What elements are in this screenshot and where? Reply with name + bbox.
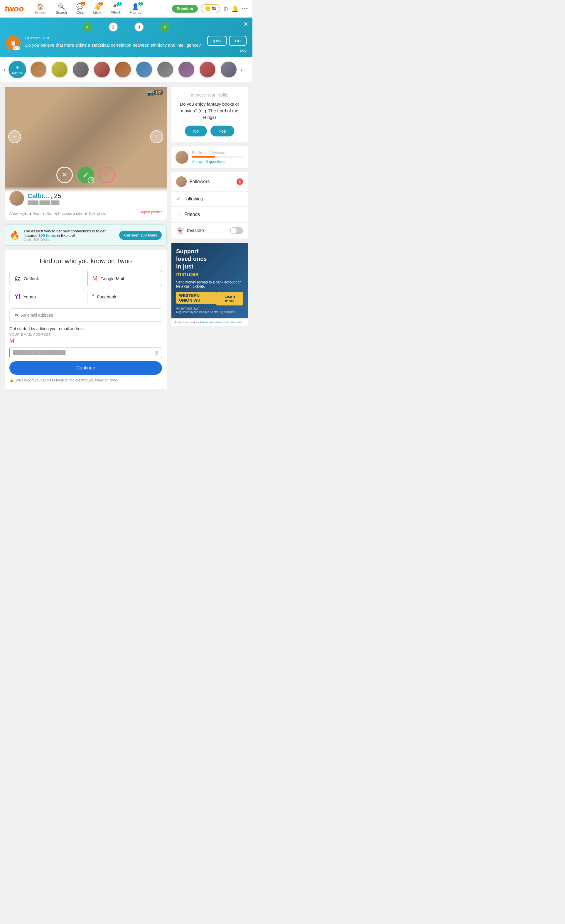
profile-mini-avatar (9, 191, 24, 206)
quiz-close-button[interactable]: ✕ (243, 21, 248, 28)
story-8[interactable] (177, 61, 195, 78)
story-4[interactable] (93, 61, 111, 78)
following-label: Following (183, 196, 203, 202)
pc-bar (192, 156, 243, 158)
followers-left: Followers (176, 176, 210, 187)
more-icon[interactable]: ••• (242, 5, 248, 12)
privacy-note: 🔒 We'll import your address book to find… (9, 378, 162, 382)
ad-highlight: minutes (176, 271, 199, 277)
profile-details: Calbr... , 25 ████ ████ ███ (28, 192, 62, 205)
quiz-yes-button[interactable]: yes (207, 36, 227, 46)
find-title: Find out who you know on Twoo (9, 257, 162, 265)
email-address-input[interactable] (21, 313, 157, 318)
app-logo: twoo (5, 4, 24, 14)
improve-yes-button[interactable]: Yes (210, 126, 234, 136)
premium-button[interactable]: Premium (172, 5, 198, 13)
step-2: 2 (108, 22, 118, 32)
improve-question: Do you enjoy fantasy books or movies? (e… (177, 101, 242, 121)
following-item[interactable]: ✓ Following (171, 192, 248, 206)
story-7[interactable] (156, 61, 174, 78)
quiz-skip-button[interactable]: skip (240, 48, 246, 52)
yahoo-button[interactable]: Y! Yahoo (9, 289, 84, 304)
step-line-1 (96, 27, 105, 27)
nav-likes[interactable]: 👍 Likes 3 (90, 1, 105, 16)
step-1: ✓ (83, 22, 92, 32)
ad-footer-text: Advertisement — (174, 320, 200, 324)
story-6[interactable] (135, 61, 153, 78)
settings-icon[interactable]: ⚙ (223, 5, 228, 12)
answer-questions-link[interactable]: Answer 5 questions (192, 159, 225, 164)
photo-actions: ✕ ✓ 10 ♡ (56, 166, 115, 183)
quiz-title: Question 6/10 (25, 36, 203, 40)
accept-badge: 10 (88, 177, 94, 183)
followers-item[interactable]: Followers 3 (171, 172, 248, 191)
ad-desc: Send money abroad to a bank account or f… (176, 280, 243, 288)
likes-badge: 3 (98, 2, 103, 6)
step-4: ✓ (160, 22, 170, 32)
invisible-left: 👻 Invisible (176, 227, 204, 234)
story-5[interactable] (114, 61, 132, 78)
facebook-button[interactable]: f Facebook (87, 289, 162, 304)
ad-content: Support loved ones in just minutes Send … (171, 243, 248, 318)
photo-next-button[interactable]: › (150, 130, 163, 143)
photo-main: 1/7 📷 ‹ › ✕ ✓ 10 ♡ (5, 87, 167, 187)
learn-more-button[interactable]: Learn more (216, 292, 243, 306)
bell-icon[interactable]: 🔔 (231, 5, 239, 12)
nav-explore[interactable]: 🏠 Explore (31, 1, 50, 16)
nav-items: 🏠 Explore 🔍 Search 💬 Chat 1 👍 Likes 3 👁 … (31, 1, 172, 16)
story-add-me[interactable]: + Add me (9, 61, 26, 78)
story-10[interactable] (220, 61, 237, 78)
boost-banner: 🔥 The easiest way to get new connections… (5, 225, 167, 246)
profile-completeness: Profile completeness Answer 5 questions (171, 146, 248, 168)
following-left: ✓ Following (176, 196, 203, 202)
friends-item[interactable]: ♡ Friends (171, 207, 248, 222)
nav-chat[interactable]: 💬 Chat 1 (73, 1, 87, 16)
profile-age: , 25 (51, 192, 62, 200)
report-photo-link[interactable]: Report photo? (140, 210, 162, 214)
arrow-keys-hint: Arrow keys: ▲ Yes · ▼ No · ◄ Previous ph… (9, 212, 106, 216)
photo-prev-button[interactable]: ‹ (8, 130, 21, 143)
pc-bar-fill (192, 156, 215, 158)
accept-button[interactable]: ✓ 10 (78, 166, 94, 183)
stories-next-button[interactable]: › (239, 66, 243, 74)
improve-btns: No Yes (177, 126, 242, 136)
quiz-no-button[interactable]: no (229, 36, 246, 46)
facebook-icon: f (92, 293, 94, 300)
story-1[interactable] (30, 61, 47, 78)
reject-button[interactable]: ✕ (56, 166, 73, 183)
friends-label: Friends (129, 10, 141, 15)
email-field[interactable] (10, 347, 162, 358)
pc-label: Profile completeness (192, 150, 243, 154)
heart-button[interactable]: ♡ (99, 166, 115, 183)
nav-search[interactable]: 🔍 Search (52, 1, 71, 16)
story-9[interactable] (199, 61, 216, 78)
nav-views[interactable]: 👁 Views 6 (107, 1, 123, 16)
invisible-toggle[interactable] (230, 227, 243, 234)
outlook-icon: 🗂 (14, 274, 21, 282)
nav-friends[interactable]: 👤 Friends 2 (126, 1, 145, 16)
gmail-logo-icon: M (9, 338, 14, 344)
story-3[interactable] (72, 61, 90, 78)
outlook-button[interactable]: 🗂 Outlook (9, 271, 84, 286)
story-2[interactable] (51, 61, 68, 78)
boost-cost: Costs: 100 Credits (24, 238, 116, 241)
main-content: 1/7 📷 ‹ › ✕ ✓ 10 ♡ (0, 82, 252, 394)
views-badge: 6 (117, 2, 122, 6)
ad-actions: WESTERN UNION WU Learn more (176, 292, 243, 306)
camera-icon: 📷 (147, 90, 154, 96)
gmail-icon: M (92, 274, 98, 282)
stories-prev-button[interactable]: ‹ (2, 66, 7, 74)
improve-no-button[interactable]: No (185, 126, 207, 136)
quiz-actions: yes no skip (207, 36, 246, 52)
google-mail-button[interactable]: M Google Mail (87, 271, 162, 286)
premium-no-ads-link[interactable]: Premium users don't see ads (200, 320, 242, 324)
profile-name: Calbr... (28, 192, 49, 200)
followers-badge: 3 (237, 178, 243, 185)
gmail-row: M (9, 338, 162, 344)
boost-button[interactable]: Get seen 100 times (119, 231, 162, 240)
following-check-icon: ✓ (176, 196, 180, 202)
right-panel: Improve Your Profile Do you enjoy fantas… (171, 87, 248, 389)
views-label: Views (111, 10, 120, 14)
photo-viewer: 1/7 📷 ‹ › ✕ ✓ 10 ♡ (5, 87, 167, 220)
continue-button[interactable]: Continue (9, 361, 162, 375)
